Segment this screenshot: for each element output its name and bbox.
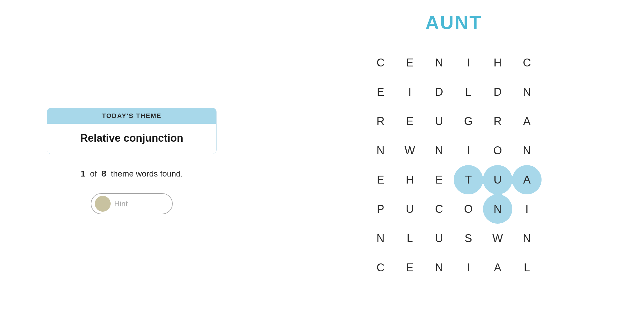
grid-cell[interactable]: S bbox=[454, 224, 483, 253]
grid-cell[interactable]: C bbox=[366, 48, 395, 77]
hint-label: Hint bbox=[114, 199, 128, 208]
grid-cell[interactable]: N bbox=[512, 224, 542, 253]
grid-cell[interactable]: R bbox=[483, 107, 512, 136]
hint-button[interactable]: Hint bbox=[91, 193, 173, 214]
grid-cell[interactable]: E bbox=[395, 253, 424, 282]
grid-cell[interactable]: E bbox=[366, 165, 395, 194]
grid-cell[interactable]: L bbox=[512, 253, 542, 282]
grid-cell[interactable]: N bbox=[424, 48, 454, 77]
grid-cell[interactable]: A bbox=[512, 107, 542, 136]
grid-cell[interactable]: D bbox=[483, 77, 512, 107]
grid-cell[interactable]: N bbox=[366, 136, 395, 165]
grid-cell[interactable]: C bbox=[366, 253, 395, 282]
grid-cell[interactable]: N bbox=[424, 253, 454, 282]
grid-cell[interactable]: N bbox=[483, 194, 512, 224]
theme-title: Relative conjunction bbox=[80, 132, 183, 144]
word-search-grid: CENIHCEIDLDNREUGRANWNIONEHETUAPUCONINLUS… bbox=[366, 48, 542, 282]
grid-cell[interactable]: P bbox=[366, 194, 395, 224]
grid-cell[interactable]: N bbox=[512, 136, 542, 165]
found-total: 8 bbox=[101, 169, 106, 178]
found-suffix: theme words found. bbox=[111, 169, 183, 178]
grid-cell[interactable]: T bbox=[454, 165, 483, 194]
grid-cell[interactable]: D bbox=[424, 77, 454, 107]
right-panel: AUNT CENIHCEIDLDNREUGRANWNIONEHETUAPUCON… bbox=[263, 0, 644, 322]
hint-toggle-knob bbox=[95, 196, 111, 212]
grid-cell[interactable]: G bbox=[454, 107, 483, 136]
grid-cell[interactable]: U bbox=[424, 107, 454, 136]
grid-cell[interactable]: A bbox=[483, 253, 512, 282]
grid-cell[interactable]: E bbox=[366, 77, 395, 107]
grid-cell[interactable]: L bbox=[395, 224, 424, 253]
grid-cell[interactable]: N bbox=[424, 136, 454, 165]
grid-cell[interactable]: N bbox=[366, 224, 395, 253]
grid-cell[interactable]: C bbox=[512, 48, 542, 77]
theme-card-header: TODAY'S THEME bbox=[47, 108, 216, 124]
grid-cell[interactable]: C bbox=[424, 194, 454, 224]
found-text: 1 of 8 theme words found. bbox=[80, 169, 183, 179]
theme-card: TODAY'S THEME Relative conjunction bbox=[47, 108, 217, 154]
grid-cell[interactable]: O bbox=[483, 136, 512, 165]
grid-cell[interactable]: U bbox=[424, 224, 454, 253]
grid-cell[interactable]: E bbox=[395, 107, 424, 136]
grid-cell[interactable]: E bbox=[395, 48, 424, 77]
grid-cell[interactable]: U bbox=[483, 165, 512, 194]
grid-cell[interactable]: I bbox=[454, 136, 483, 165]
left-panel: TODAY'S THEME Relative conjunction 1 of … bbox=[0, 0, 263, 322]
grid-cell[interactable]: H bbox=[395, 165, 424, 194]
grid-cell[interactable]: A bbox=[512, 165, 542, 194]
grid-cell[interactable]: U bbox=[395, 194, 424, 224]
theme-card-body: Relative conjunction bbox=[47, 124, 216, 154]
grid-cell[interactable]: L bbox=[454, 77, 483, 107]
theme-label: TODAY'S THEME bbox=[102, 112, 162, 119]
grid-cell[interactable]: I bbox=[454, 253, 483, 282]
grid-cell[interactable]: I bbox=[454, 48, 483, 77]
grid-cell[interactable]: I bbox=[395, 77, 424, 107]
grid-cell[interactable]: R bbox=[366, 107, 395, 136]
grid-cell[interactable]: I bbox=[512, 194, 542, 224]
grid-cell[interactable]: O bbox=[454, 194, 483, 224]
grid-cell[interactable]: W bbox=[395, 136, 424, 165]
grid-cell[interactable]: W bbox=[483, 224, 512, 253]
grid-cell[interactable]: N bbox=[512, 77, 542, 107]
grid-cell[interactable]: E bbox=[424, 165, 454, 194]
grid-cell[interactable]: H bbox=[483, 48, 512, 77]
found-count: 1 bbox=[80, 169, 85, 178]
word-title: AUNT bbox=[425, 12, 482, 33]
